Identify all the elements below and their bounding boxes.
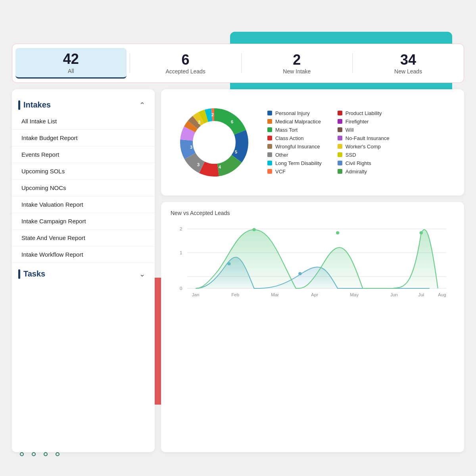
svg-text:2: 2 — [211, 112, 214, 117]
svg-text:Mar: Mar — [271, 292, 279, 297]
content-row: Intakes ⌃ All Intake List Intake Budget … — [12, 89, 464, 452]
svg-text:Jan: Jan — [192, 292, 200, 297]
legend-civil-rights: Civil Rights — [338, 160, 392, 166]
sidebar-item-upcoming-nocs[interactable]: Upcoming NOCs — [12, 180, 155, 196]
main-wrapper: 42 All 6 Accepted Leads 2 New Intake 34 … — [12, 44, 464, 452]
legend-vcf: VCF — [267, 169, 322, 175]
legend-long-term-disability: Long Term Disability — [267, 160, 322, 166]
legend-class-action: Class Action — [267, 135, 322, 141]
stat-accepted-number: 6 — [136, 52, 235, 68]
sidebar: Intakes ⌃ All Intake List Intake Budget … — [12, 89, 155, 452]
stat-all-number: 42 — [22, 51, 120, 67]
legend-personal-injury: Personal Injury — [267, 110, 322, 116]
tasks-chevron-icon: ⌄ — [139, 270, 145, 278]
svg-point-37 — [298, 272, 301, 275]
line-chart-svg: 1 2 0 Jan Feb Mar Apr May Jun Jul Aug — [171, 221, 455, 300]
line-chart-title: New vs Accepted Leads — [171, 210, 455, 216]
sidebar-item-state-venue-report[interactable]: State And Venue Report — [12, 230, 155, 246]
donut-chart: 6 5 4 3 3 3 2 — [171, 99, 258, 186]
svg-text:4: 4 — [219, 165, 221, 169]
sidebar-item-upcoming-sols[interactable]: Upcoming SOLs — [12, 163, 155, 180]
svg-text:1: 1 — [180, 250, 182, 255]
svg-text:3: 3 — [197, 162, 200, 167]
svg-text:May: May — [350, 292, 359, 297]
svg-text:5: 5 — [235, 150, 237, 154]
svg-point-38 — [252, 228, 255, 231]
intakes-title: Intakes — [18, 100, 51, 110]
donut-chart-card: 6 5 4 3 3 3 2 — [161, 89, 464, 196]
svg-text:Feb: Feb — [231, 292, 239, 297]
legend-medical-malpractice: Medical Malpractice — [267, 119, 322, 125]
stat-leads-number: 34 — [359, 52, 457, 68]
svg-point-40 — [420, 231, 423, 234]
sidebar-item-all-intake-list[interactable]: All Intake List — [12, 113, 155, 130]
svg-text:2: 2 — [180, 226, 182, 231]
intakes-chevron-icon: ⌃ — [139, 101, 145, 109]
stat-new-intake[interactable]: 2 New Intake — [242, 49, 353, 78]
tasks-section-header[interactable]: Tasks ⌄ — [12, 265, 155, 284]
stat-all-label: All — [22, 68, 120, 74]
intakes-section-header[interactable]: Intakes ⌃ — [12, 97, 155, 113]
legend-no-fault-insurance: No-Fault Insurance — [338, 135, 392, 141]
svg-text:3: 3 — [190, 145, 192, 150]
svg-text:Aug: Aug — [438, 292, 446, 297]
legend-ssd: SSD — [338, 152, 392, 158]
sidebar-item-intake-workflow-report[interactable]: Intake Workflow Report — [12, 246, 155, 263]
legend-other: Other — [267, 152, 322, 158]
stat-accepted-leads[interactable]: 6 Accepted Leads — [130, 49, 241, 78]
legend-firefighter: Firefighter — [338, 119, 392, 125]
legend-mass-tort: Mass Tort — [267, 127, 322, 133]
stat-accepted-label: Accepted Leads — [136, 68, 235, 75]
svg-text:Jul: Jul — [418, 292, 424, 297]
stats-bar: 42 All 6 Accepted Leads 2 New Intake 34 … — [12, 44, 464, 83]
donut-chart-legend: Personal Injury Product Liability Medica… — [267, 110, 392, 175]
legend-will: Will — [338, 127, 392, 133]
svg-point-39 — [336, 231, 339, 234]
stat-new-leads[interactable]: 34 New Leads — [353, 49, 464, 78]
svg-point-13 — [193, 121, 235, 163]
svg-text:0: 0 — [180, 286, 182, 291]
line-chart-card: New vs Accepted Leads 1 2 0 Jan Feb Mar … — [161, 202, 464, 452]
svg-text:6: 6 — [231, 119, 233, 124]
legend-product-liability: Product Liability — [338, 110, 392, 116]
stat-leads-label: New Leads — [359, 68, 457, 75]
right-panel: 6 5 4 3 3 3 2 — [161, 89, 464, 452]
stat-intake-label: New Intake — [248, 68, 346, 75]
legend-workers-comp: Worker's Comp — [338, 144, 392, 150]
svg-text:Apr: Apr — [311, 292, 318, 297]
sidebar-item-intake-valuation-report[interactable]: Intake Valuation Report — [12, 196, 155, 213]
stat-intake-number: 2 — [248, 52, 346, 68]
svg-text:3: 3 — [198, 120, 200, 125]
svg-text:Jun: Jun — [390, 292, 398, 297]
sidebar-item-intake-campaign-report[interactable]: Intake Campaign Report — [12, 213, 155, 230]
sidebar-item-intake-budget-report[interactable]: Intake Budget Report — [12, 130, 155, 146]
legend-wrongful-insurance: Wrongful Insurance — [267, 144, 322, 150]
stat-all[interactable]: 42 All — [15, 48, 127, 79]
tasks-title: Tasks — [18, 269, 45, 279]
legend-admiralty: Admiralty — [338, 169, 392, 175]
sidebar-item-events-report[interactable]: Events Report — [12, 146, 155, 163]
